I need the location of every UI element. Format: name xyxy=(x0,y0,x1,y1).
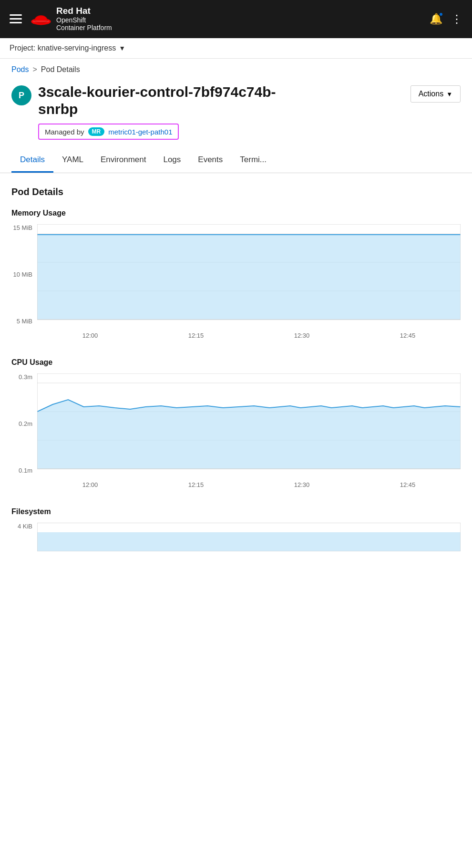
svg-marker-17 xyxy=(37,532,461,551)
chevron-down-icon: ▼ xyxy=(119,44,125,52)
memory-y-label-5: 5 MiB xyxy=(17,318,32,325)
filesystem-chart-area xyxy=(37,523,461,553)
pod-icon: P xyxy=(11,85,31,105)
cpu-chart-svg xyxy=(37,373,461,478)
brand: Red Hat OpenShift Container Platform xyxy=(31,6,112,32)
managed-by-badge: MR xyxy=(88,127,105,136)
actions-label: Actions xyxy=(419,90,443,98)
cpu-x-label-1215: 12:15 xyxy=(188,481,204,488)
cpu-usage-label: CPU Usage xyxy=(11,358,461,367)
tab-environment[interactable]: Environment xyxy=(92,148,154,173)
memory-x-label-1200: 12:00 xyxy=(82,332,98,339)
hamburger-button[interactable] xyxy=(10,14,22,23)
brand-sub2: Container Platform xyxy=(56,24,112,32)
brand-text: Red Hat OpenShift Container Platform xyxy=(56,6,112,32)
breadcrumb-current: Pod Details xyxy=(41,65,80,74)
pod-header: P 3scale-kourier-control-7bf974c74b-snrb… xyxy=(0,79,472,118)
memory-chart-svg xyxy=(37,224,461,329)
pod-name: 3scale-kourier-control-7bf974c74b-snrbp xyxy=(38,83,305,118)
filesystem-section: Filesystem 4 KiB xyxy=(11,507,461,553)
filesystem-chart: 4 KiB xyxy=(11,523,461,553)
memory-x-label-1215: 12:15 xyxy=(188,332,204,339)
cpu-usage-section: CPU Usage 0.3m 0.2m 0.1m xyxy=(11,358,461,488)
cpu-chart-area: 12:00 12:15 12:30 12:45 xyxy=(37,373,461,488)
cpu-x-label-1200: 12:00 xyxy=(82,481,98,488)
filesystem-chart-svg xyxy=(37,523,461,551)
filesystem-y-axis: 4 KiB xyxy=(11,523,37,553)
cpu-usage-chart: 0.3m 0.2m 0.1m xyxy=(11,373,461,488)
project-bar: Project: knative-serving-ingress ▼ xyxy=(0,38,472,59)
managed-by-row: Managed by MR metric01-get-path01 xyxy=(0,118,472,145)
cpu-y-label-02: 0.2m xyxy=(19,420,32,427)
cpu-x-label-1245: 12:45 xyxy=(400,481,416,488)
memory-usage-label: Memory Usage xyxy=(11,209,461,217)
more-options-button[interactable]: ⋮ xyxy=(451,12,462,26)
pod-icon-letter: P xyxy=(19,91,24,101)
managed-by-label: Managed by xyxy=(45,128,84,136)
svg-marker-14 xyxy=(37,400,461,469)
svg-marker-8 xyxy=(37,235,461,320)
notification-dot xyxy=(439,12,443,17)
cpu-x-axis: 12:00 12:15 12:30 12:45 xyxy=(37,481,461,488)
project-dropdown-button[interactable]: ▼ xyxy=(119,44,125,52)
memory-x-axis: 12:00 12:15 12:30 12:45 xyxy=(37,332,461,339)
cpu-y-label-01: 0.1m xyxy=(19,467,32,474)
memory-usage-section: Memory Usage 15 MiB 10 MiB 5 MiB xyxy=(11,209,461,339)
main-content: Pod Details Memory Usage 15 MiB 10 MiB 5… xyxy=(0,173,472,567)
cpu-y-label-03: 0.3m xyxy=(19,373,32,381)
section-title: Pod Details xyxy=(11,186,461,197)
tab-yaml[interactable]: YAML xyxy=(53,148,92,173)
project-label: Project: knative-serving-ingress xyxy=(10,44,116,52)
managed-by-box: Managed by MR metric01-get-path01 xyxy=(38,124,179,140)
brand-sub1: OpenShift xyxy=(56,16,86,24)
filesystem-label: Filesystem xyxy=(11,507,461,516)
memory-y-label-10: 10 MiB xyxy=(13,271,32,278)
memory-chart-area: 12:00 12:15 12:30 12:45 xyxy=(37,224,461,339)
managed-by-link[interactable]: metric01-get-path01 xyxy=(108,128,172,136)
tabs-nav: Details YAML Environment Logs Events Ter… xyxy=(0,148,472,173)
breadcrumb-separator: > xyxy=(32,65,37,74)
brand-name: Red Hat xyxy=(56,6,91,16)
tab-terminal[interactable]: Termi... xyxy=(231,148,275,173)
tab-details[interactable]: Details xyxy=(11,148,53,173)
cpu-x-label-1230: 12:30 xyxy=(294,481,310,488)
pod-title-row: P 3scale-kourier-control-7bf974c74b-snrb… xyxy=(11,83,410,118)
filesystem-y-label-4kib: 4 KiB xyxy=(18,523,32,530)
notifications-button[interactable]: 🔔 xyxy=(430,13,442,25)
breadcrumb-pods-link[interactable]: Pods xyxy=(11,65,29,74)
tab-events[interactable]: Events xyxy=(189,148,231,173)
redhat-logo-icon xyxy=(31,10,51,28)
actions-arrow-icon: ▼ xyxy=(446,91,452,98)
memory-usage-chart: 15 MiB 10 MiB 5 MiB xyxy=(11,224,461,339)
tab-logs[interactable]: Logs xyxy=(154,148,189,173)
memory-y-axis: 15 MiB 10 MiB 5 MiB xyxy=(11,224,37,339)
hamburger-icon xyxy=(10,14,22,23)
memory-x-label-1245: 12:45 xyxy=(400,332,416,339)
actions-button[interactable]: Actions ▼ xyxy=(410,85,461,103)
memory-y-label-15: 15 MiB xyxy=(13,224,32,231)
header-right: 🔔 ⋮ xyxy=(430,12,462,26)
svg-rect-3 xyxy=(32,21,49,22)
header-left: Red Hat OpenShift Container Platform xyxy=(10,6,112,32)
cpu-y-axis: 0.3m 0.2m 0.1m xyxy=(11,373,37,488)
memory-x-label-1230: 12:30 xyxy=(294,332,310,339)
breadcrumb: Pods > Pod Details xyxy=(0,59,472,79)
app-header: Red Hat OpenShift Container Platform 🔔 ⋮ xyxy=(0,0,472,38)
